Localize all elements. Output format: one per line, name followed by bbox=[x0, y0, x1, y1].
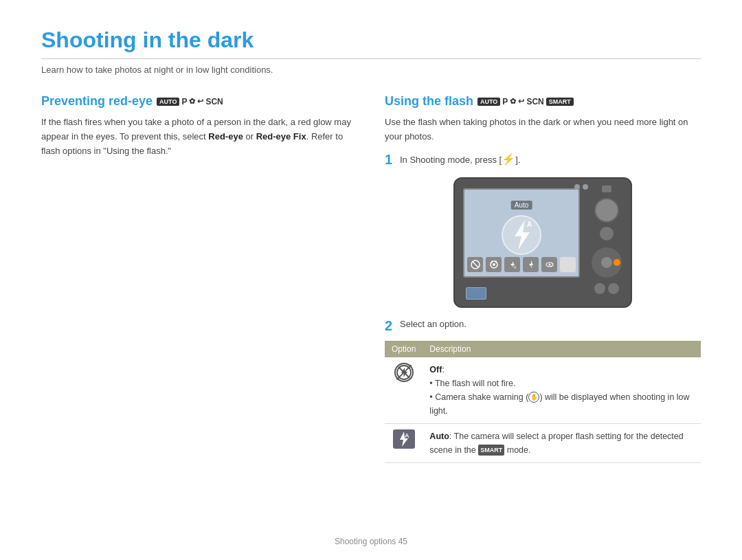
right-badge-p: P bbox=[502, 97, 508, 107]
smart-badge: SMART bbox=[478, 445, 504, 456]
page-subtitle: Learn how to take photos at night or in … bbox=[41, 65, 701, 75]
shake-icon: ✋ bbox=[528, 392, 539, 403]
options-table: Option Description bbox=[385, 341, 701, 463]
badge-flower: ✿ bbox=[189, 97, 195, 106]
auto-flash-svg: A bbox=[394, 430, 414, 448]
mode-dial bbox=[594, 198, 619, 223]
right-badge-auto: AUTO bbox=[477, 98, 500, 106]
camera-screen: Auto A bbox=[463, 188, 580, 278]
svg-text:S: S bbox=[514, 265, 517, 269]
left-mode-badges: AUTO P ✿ ↩ SCN bbox=[157, 97, 223, 107]
flash-icon-area: A bbox=[501, 214, 542, 258]
table-row-auto: A Auto: The camera will select a proper … bbox=[385, 423, 701, 462]
right-badge-smart: SMART bbox=[546, 98, 574, 106]
badge-arrow: ↩ bbox=[197, 97, 203, 106]
camera-right-controls bbox=[587, 186, 625, 302]
badge-p: P bbox=[181, 97, 187, 107]
tiny-btn-2 bbox=[608, 283, 619, 294]
tiny-btn-1 bbox=[594, 283, 605, 294]
flash-auto-icon: A bbox=[501, 214, 542, 256]
off-icon bbox=[394, 363, 414, 382]
svg-text:A: A bbox=[405, 432, 409, 439]
screen-icon-off bbox=[467, 257, 483, 272]
option-desc-auto: Auto: The camera will select a proper fl… bbox=[423, 423, 701, 462]
auto-label: Auto bbox=[429, 432, 449, 441]
step-1-number: 1 bbox=[385, 151, 396, 168]
top-indicators bbox=[574, 184, 588, 190]
right-badge-scn: SCN bbox=[526, 97, 543, 107]
camera-body: Auto A bbox=[453, 177, 632, 308]
badge-auto: AUTO bbox=[157, 98, 179, 106]
small-button-1 bbox=[600, 227, 614, 240]
table-header-row: Option Description bbox=[385, 341, 701, 357]
right-badge-arrow: ↩ bbox=[518, 97, 524, 106]
auto-label: Auto bbox=[511, 201, 532, 210]
camera-diagram: Auto A bbox=[385, 177, 701, 308]
right-title-text: Using the flash bbox=[385, 94, 473, 109]
bottom-buttons bbox=[594, 283, 619, 294]
top-button bbox=[602, 186, 611, 192]
screen-icon-redeye bbox=[486, 257, 502, 272]
screen-icon-eye bbox=[541, 257, 557, 272]
step-2-text: Select an option. bbox=[400, 319, 466, 329]
left-title-text: Preventing red-eye bbox=[41, 94, 153, 109]
option-icon-off bbox=[385, 357, 423, 424]
nav-ring bbox=[592, 247, 622, 278]
off-desc-list: • The flash will not fire. • Camera shak… bbox=[429, 379, 689, 416]
auto-flash-icon: A bbox=[393, 429, 415, 449]
lens-area bbox=[466, 287, 486, 300]
svg-point-13 bbox=[548, 263, 550, 265]
table-row-off: Off: • The flash will not fire. • Camera… bbox=[385, 357, 701, 424]
page-title: Shooting in the dark bbox=[41, 27, 701, 59]
footer-text: Shooting options 45 bbox=[335, 537, 407, 546]
col-description: Description bbox=[423, 341, 701, 357]
right-section-title: Using the flash AUTO P ✿ ↩ SCN SMART bbox=[385, 94, 701, 109]
screen-icon-blank bbox=[560, 257, 576, 272]
bottom-controls bbox=[466, 287, 486, 300]
svg-marker-11 bbox=[529, 260, 533, 269]
off-label: Off bbox=[429, 365, 442, 374]
svg-point-6 bbox=[493, 263, 495, 266]
step-1: 1 In Shooting mode, press [⚡]. bbox=[385, 151, 701, 168]
step-2-number: 2 bbox=[385, 317, 396, 334]
flash-off-svg bbox=[396, 365, 412, 380]
indicator-1 bbox=[574, 184, 580, 190]
two-column-layout: Preventing red-eye AUTO P ✿ ↩ SCN If the… bbox=[41, 94, 701, 463]
step-1-text: In Shooting mode, press [⚡]. bbox=[400, 153, 520, 166]
nav-center bbox=[601, 257, 612, 268]
right-mode-badges: AUTO P ✿ ↩ SCN SMART bbox=[477, 97, 574, 107]
nav-right-dot bbox=[614, 259, 620, 266]
option-desc-off: Off: • The flash will not fire. • Camera… bbox=[423, 357, 701, 424]
right-column: Using the flash AUTO P ✿ ↩ SCN SMART Use… bbox=[385, 94, 701, 463]
left-column: Preventing red-eye AUTO P ✿ ↩ SCN If the… bbox=[41, 94, 357, 463]
svg-text:A: A bbox=[527, 221, 532, 228]
right-badge-flower: ✿ bbox=[510, 97, 516, 106]
step-2: 2 Select an option. bbox=[385, 317, 701, 334]
col-option: Option bbox=[385, 341, 423, 357]
screen-icon-fill bbox=[523, 257, 539, 272]
table-header: Option Description bbox=[385, 341, 701, 357]
right-section-intro: Use the flash when taking photos in the … bbox=[385, 115, 701, 144]
badge-scn: SCN bbox=[205, 97, 223, 107]
page-footer: Shooting options 45 bbox=[0, 537, 742, 546]
svg-line-4 bbox=[473, 262, 478, 267]
page-container: Shooting in the dark Learn how to take p… bbox=[0, 0, 742, 484]
indicator-2 bbox=[583, 184, 588, 190]
screen-icon-slow: S bbox=[504, 257, 520, 272]
left-section-body: If the flash fires when you take a photo… bbox=[41, 115, 357, 158]
screen-bottom-icons: S bbox=[467, 257, 576, 272]
option-icon-auto: A bbox=[385, 423, 423, 462]
table-body: Off: • The flash will not fire. • Camera… bbox=[385, 357, 701, 463]
left-section-title: Preventing red-eye AUTO P ✿ ↩ SCN bbox=[41, 94, 357, 109]
